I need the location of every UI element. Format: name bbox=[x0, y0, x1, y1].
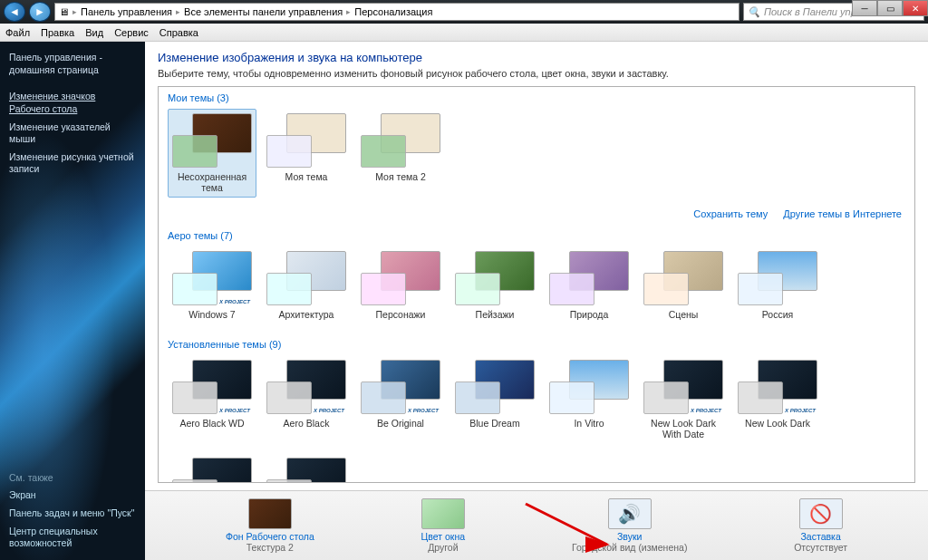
forward-button[interactable]: ► bbox=[29, 2, 51, 22]
sidebar-link-mouse-pointers[interactable]: Изменение указателей мыши bbox=[9, 119, 136, 149]
theme-item[interactable]: Пейзажи bbox=[450, 246, 539, 324]
window-color-button[interactable]: Цвет окна Другой bbox=[421, 498, 466, 553]
theme-label: Be Original bbox=[359, 418, 442, 429]
bp-title: Цвет окна bbox=[421, 531, 466, 542]
content-area: Изменение изображения и звука на компьют… bbox=[145, 42, 928, 560]
color-icon bbox=[421, 498, 465, 529]
sidebar: Панель управления - домашняя страница Из… bbox=[0, 42, 145, 560]
bp-sub: Отсутствует bbox=[794, 542, 847, 553]
sidebar-link-account-picture[interactable]: Изменение рисунка учетной записи bbox=[9, 149, 136, 179]
theme-label: New Look Dark With Date bbox=[642, 418, 725, 439]
wallpaper-icon bbox=[248, 498, 292, 529]
theme-label: Природа bbox=[547, 309, 631, 320]
breadcrumb-item[interactable]: Панель управления bbox=[81, 6, 172, 17]
theme-label: Архитектура bbox=[265, 309, 348, 320]
theme-item[interactable] bbox=[168, 453, 256, 483]
sounds-button[interactable]: 🔊 Звуки Городской вид (изменена) bbox=[572, 498, 687, 553]
sidebar-link-display[interactable]: Экран bbox=[9, 487, 136, 505]
theme-label: In Vitro bbox=[547, 418, 631, 429]
sidebar-home[interactable]: Панель управления - домашняя страница bbox=[9, 49, 136, 79]
maximize-button[interactable]: ▭ bbox=[877, 0, 903, 16]
theme-label: New Look Dark bbox=[736, 418, 819, 429]
theme-label: Aero Black WD bbox=[170, 418, 254, 429]
bp-title: Заставка bbox=[794, 531, 847, 542]
minimize-button[interactable]: ─ bbox=[852, 0, 877, 16]
section-my-themes: Мои темы (3) bbox=[159, 87, 914, 109]
theme-item[interactable]: X PROJECTAero Black bbox=[262, 355, 351, 444]
breadcrumb-root-icon: 🖥 bbox=[59, 6, 69, 17]
theme-item[interactable]: Несохраненная тема bbox=[168, 109, 256, 198]
page-title: Изменение изображения и звука на компьют… bbox=[158, 51, 915, 64]
theme-label: Aero Black bbox=[265, 418, 348, 429]
bp-sub: Городской вид (изменена) bbox=[572, 542, 687, 553]
section-installed-themes: Установленные темы (9) bbox=[159, 333, 914, 355]
theme-label: Windows 7 bbox=[170, 309, 254, 320]
page-subtitle: Выберите тему, чтобы одновременно измени… bbox=[158, 68, 915, 79]
sidebar-link-ease-of-access[interactable]: Центр специальных возможностей bbox=[9, 523, 136, 553]
bp-title: Звуки bbox=[572, 531, 687, 542]
theme-item[interactable]: X PROJECTNew Look Dark bbox=[733, 355, 822, 444]
theme-item[interactable]: X PROJECTNew Look Dark With Date bbox=[639, 355, 728, 444]
breadcrumb[interactable]: 🖥 ▸ Панель управления ▸ Все элементы пан… bbox=[54, 3, 740, 21]
bp-sub: Другой bbox=[421, 542, 466, 553]
theme-item[interactable] bbox=[262, 453, 351, 483]
menu-service[interactable]: Сервис bbox=[114, 27, 149, 38]
close-button[interactable]: ✕ bbox=[903, 0, 928, 16]
theme-item[interactable]: Blue Dream bbox=[450, 355, 539, 444]
back-button[interactable]: ◄ bbox=[4, 2, 25, 22]
chevron-right-icon: ▸ bbox=[176, 7, 180, 16]
breadcrumb-item[interactable]: Все элементы панели управления bbox=[184, 6, 343, 17]
theme-label: Blue Dream bbox=[453, 418, 536, 429]
themes-pane[interactable]: Мои темы (3) Несохраненная тема Моя тема… bbox=[158, 86, 915, 483]
chevron-right-icon: ▸ bbox=[72, 7, 77, 16]
bottom-panel: Фон Рабочего стола Текстура 2 Цвет окна … bbox=[145, 490, 928, 560]
chevron-right-icon: ▸ bbox=[346, 7, 351, 16]
section-aero-themes: Аеро темы (7) bbox=[159, 225, 914, 246]
breadcrumb-item[interactable]: Персонализация bbox=[354, 6, 432, 17]
menu-view[interactable]: Вид bbox=[85, 27, 103, 38]
theme-label: Несохраненная тема bbox=[170, 171, 254, 193]
menu-edit[interactable]: Правка bbox=[41, 27, 74, 38]
sidebar-link-taskbar[interactable]: Панель задач и меню "Пуск" bbox=[9, 505, 136, 523]
theme-item[interactable]: Моя тема bbox=[262, 109, 351, 198]
bp-title: Фон Рабочего стола bbox=[226, 531, 314, 542]
theme-label: Сцены bbox=[642, 309, 725, 320]
theme-label: Моя тема bbox=[265, 171, 348, 182]
theme-item[interactable]: Моя тема 2 bbox=[356, 109, 445, 198]
theme-item[interactable]: Природа bbox=[545, 246, 633, 324]
menu-help[interactable]: Справка bbox=[160, 27, 198, 38]
desktop-background-button[interactable]: Фон Рабочего стола Текстура 2 bbox=[226, 498, 314, 553]
theme-item[interactable]: Персонажи bbox=[356, 246, 445, 324]
theme-label: Пейзажи bbox=[453, 309, 536, 320]
screensaver-button[interactable]: 🚫 Заставка Отсутствует bbox=[794, 498, 847, 553]
sidebar-link-desktop-icons[interactable]: Изменение значков Рабочего стола bbox=[9, 88, 136, 118]
theme-item[interactable]: X PROJECTBe Original bbox=[356, 355, 445, 444]
theme-label: Россия bbox=[736, 309, 819, 320]
theme-item[interactable]: X PROJECTAero Black WD bbox=[168, 355, 256, 444]
menu-file[interactable]: Файл bbox=[5, 27, 30, 38]
theme-item[interactable]: Сцены bbox=[639, 246, 728, 324]
navigation-bar: ◄ ► 🖥 ▸ Панель управления ▸ Все элементы… bbox=[0, 0, 928, 24]
search-icon: 🔍 bbox=[748, 6, 760, 18]
theme-item[interactable]: Архитектура bbox=[262, 246, 351, 324]
theme-item[interactable]: In Vitro bbox=[545, 355, 633, 444]
theme-item[interactable]: Россия bbox=[733, 246, 822, 324]
menu-bar: Файл Правка Вид Сервис Справка bbox=[0, 24, 928, 42]
screensaver-icon: 🚫 bbox=[799, 498, 843, 529]
bp-sub: Текстура 2 bbox=[226, 542, 314, 553]
theme-item[interactable]: X PROJECTWindows 7 bbox=[168, 246, 256, 324]
link-save-theme[interactable]: Сохранить тему bbox=[693, 208, 768, 219]
theme-label: Моя тема 2 bbox=[359, 171, 442, 182]
sounds-icon: 🔊 bbox=[608, 498, 652, 529]
link-more-themes[interactable]: Другие темы в Интернете bbox=[783, 208, 902, 219]
theme-label: Персонажи bbox=[359, 309, 442, 320]
sidebar-see-also-label: См. также bbox=[9, 469, 136, 488]
